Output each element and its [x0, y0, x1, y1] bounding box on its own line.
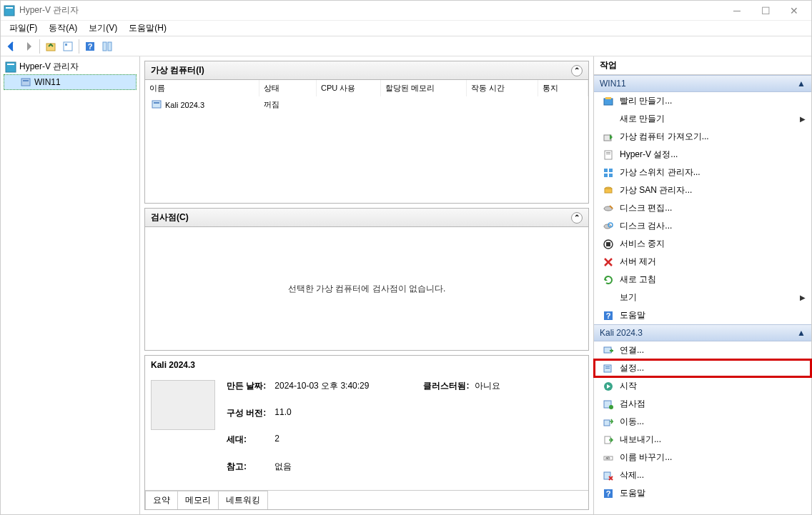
svg-rect-23: [604, 174, 608, 177]
action-vm-settings[interactable]: 설정...: [594, 359, 811, 377]
menu-action[interactable]: 동작(A): [43, 21, 83, 36]
start-icon: [603, 381, 614, 392]
vm-uptime: [467, 96, 538, 114]
vm-icon: [151, 99, 162, 111]
action-help[interactable]: ? 도움말: [594, 306, 811, 324]
move-icon: [603, 416, 614, 428]
action-remove-server[interactable]: 서버 제거: [594, 253, 811, 271]
col-uptime[interactable]: 작동 시간: [467, 80, 538, 96]
action-refresh[interactable]: 새로 고침: [594, 271, 811, 289]
help-icon: ?: [603, 310, 614, 321]
action-connect[interactable]: 연결...: [594, 341, 811, 359]
action-move[interactable]: 이동...: [594, 413, 811, 431]
notes-label: 참고:: [227, 461, 266, 485]
svg-rect-4: [65, 44, 67, 46]
actions-pane: 작업 WIN11 ▲ 빨리 만들기... 새로 만들기 ▶ 가상 컴퓨터 가: [593, 56, 811, 514]
col-state[interactable]: 상태: [259, 80, 317, 96]
actions-section-win11[interactable]: WIN11 ▲: [594, 75, 811, 92]
actions-section-vm[interactable]: Kali 2024.3 ▲: [594, 324, 811, 341]
menu-help[interactable]: 도움말(H): [123, 21, 172, 36]
action-stop-service[interactable]: 서비스 중지: [594, 235, 811, 253]
menu-file[interactable]: 파일(F): [4, 21, 43, 36]
svg-rect-1: [6, 7, 13, 9]
action-vswitch[interactable]: 가상 스위치 관리자...: [594, 164, 811, 181]
vm-status: [538, 96, 588, 114]
col-memory[interactable]: 할당된 메모리: [381, 80, 467, 96]
clustered-value: 아니요: [475, 380, 500, 392]
svg-rect-41: [604, 420, 610, 426]
stop-icon: [603, 239, 614, 250]
col-name[interactable]: 이름: [145, 80, 259, 96]
remove-icon: [603, 256, 614, 268]
menu-bar: 파일(F) 동작(A) 보기(V) 도움말(H): [1, 21, 811, 36]
tab-networking[interactable]: 네트워킹: [218, 491, 268, 509]
action-checkpoint[interactable]: 검사점: [594, 395, 811, 413]
svg-rect-45: [604, 472, 610, 479]
vm-column-headers: 이름 상태 CPU 사용 할당된 메모리 작동 시간 통지: [145, 80, 588, 96]
up-button[interactable]: [43, 39, 59, 54]
hyperv-icon: [5, 61, 16, 73]
svg-rect-12: [23, 80, 29, 81]
delete-icon: [603, 470, 614, 481]
properties-button[interactable]: [60, 39, 76, 54]
submenu-arrow-icon: ▶: [800, 294, 806, 301]
col-cpu[interactable]: CPU 사용: [317, 80, 381, 96]
created-label: 만든 날짜:: [227, 380, 266, 404]
svg-rect-21: [604, 169, 608, 172]
svg-rect-7: [103, 42, 107, 51]
action-import[interactable]: 가상 컴퓨터 가져오기...: [594, 128, 811, 146]
svg-rect-16: [605, 97, 611, 99]
action-quick-create[interactable]: 빨리 만들기...: [594, 92, 811, 110]
tab-memory[interactable]: 메모리: [177, 491, 219, 509]
back-button[interactable]: [4, 39, 19, 54]
tree-root[interactable]: Hyper-V 관리자: [4, 59, 137, 74]
tree-node-win11[interactable]: WIN11: [4, 74, 137, 90]
config-value: 11.0: [274, 407, 369, 431]
checkpoint-panel: 검사점(C) ⌃ 선택한 가상 컴퓨터에 검사점이 없습니다.: [144, 208, 589, 351]
action-export[interactable]: 내보내기...: [594, 431, 811, 449]
action-edit-disk[interactable]: 디스크 편집...: [594, 199, 811, 217]
svg-rect-8: [108, 42, 112, 51]
blank-icon: [603, 114, 614, 125]
action-inspect-disk[interactable]: 디스크 검사...: [594, 217, 811, 235]
svg-point-28: [604, 224, 611, 229]
vm-row[interactable]: Kali 2024.3 꺼짐: [145, 96, 588, 114]
action-vsan[interactable]: 가상 SAN 관리자...: [594, 181, 811, 199]
tab-summary[interactable]: 요약: [145, 491, 178, 509]
collapse-button[interactable]: ⌃: [571, 212, 583, 224]
svg-text:ab: ab: [605, 456, 610, 460]
collapse-button[interactable]: ⌃: [571, 65, 583, 76]
action-rename[interactable]: ab 이름 바꾸기...: [594, 449, 811, 466]
action-new[interactable]: 새로 만들기 ▶: [594, 110, 811, 128]
connect-icon: [603, 345, 614, 356]
vm-panel-title: 가상 컴퓨터(I): [151, 64, 204, 76]
show-hide-button[interactable]: [99, 39, 115, 54]
settings-icon: [603, 149, 614, 161]
action-vm-help[interactable]: ? 도움말: [594, 484, 811, 502]
help-button[interactable]: ?: [82, 39, 98, 54]
svg-rect-11: [21, 79, 30, 86]
svg-rect-31: [606, 242, 610, 246]
vm-thumbnail: [151, 380, 215, 430]
action-start[interactable]: 시작: [594, 377, 811, 395]
maximize-button[interactable]: ☐: [751, 1, 780, 20]
action-delete[interactable]: 삭제...: [594, 466, 811, 484]
forward-button[interactable]: [21, 39, 36, 54]
svg-rect-14: [154, 102, 159, 104]
svg-rect-19: [606, 152, 610, 153]
vsan-icon: [603, 185, 614, 196]
svg-text:?: ?: [606, 311, 611, 320]
actions-title: 작업: [594, 56, 811, 75]
action-view[interactable]: 보기 ▶: [594, 289, 811, 306]
export-icon: [603, 434, 614, 446]
col-status[interactable]: 통지: [538, 80, 588, 96]
rename-icon: ab: [603, 452, 614, 464]
close-button[interactable]: ✕: [780, 1, 808, 20]
minimize-button[interactable]: ─: [723, 1, 751, 20]
server-icon: [20, 76, 31, 88]
vm-list-panel: 가상 컴퓨터(I) ⌃ 이름 상태 CPU 사용 할당된 메모리 작동 시간 통…: [144, 61, 589, 204]
menu-view[interactable]: 보기(V): [83, 21, 123, 36]
action-hyperv-settings[interactable]: Hyper-V 설정...: [594, 146, 811, 164]
vm-state: 꺼짐: [259, 96, 317, 114]
svg-rect-3: [64, 42, 72, 51]
